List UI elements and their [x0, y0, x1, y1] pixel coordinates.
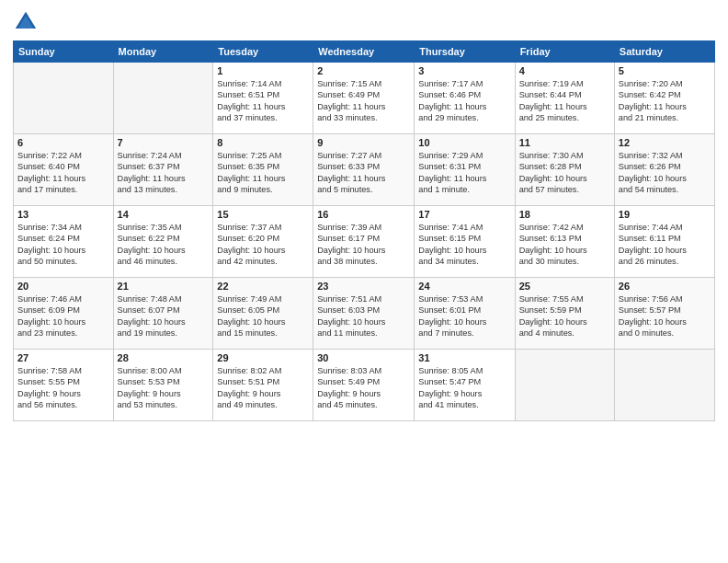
day-cell: 6Sunrise: 7:22 AM Sunset: 6:40 PM Daylig…: [14, 134, 114, 206]
day-number: 12: [619, 137, 711, 148]
day-header-saturday: Saturday: [614, 41, 714, 63]
day-header-tuesday: Tuesday: [213, 41, 313, 63]
day-cell: 15Sunrise: 7:37 AM Sunset: 6:20 PM Dayli…: [213, 206, 313, 278]
day-cell: 21Sunrise: 7:48 AM Sunset: 6:07 PM Dayli…: [113, 278, 213, 350]
day-detail: Sunrise: 7:29 AM Sunset: 6:31 PM Dayligh…: [418, 150, 510, 196]
day-cell: 25Sunrise: 7:55 AM Sunset: 5:59 PM Dayli…: [515, 278, 614, 350]
day-number: 20: [17, 281, 109, 292]
day-detail: Sunrise: 7:30 AM Sunset: 6:28 PM Dayligh…: [519, 150, 610, 196]
day-detail: Sunrise: 7:42 AM Sunset: 6:13 PM Dayligh…: [519, 222, 610, 268]
day-number: 27: [17, 352, 109, 363]
day-number: 5: [619, 65, 711, 76]
header-row: SundayMondayTuesdayWednesdayThursdayFrid…: [14, 41, 715, 63]
day-detail: Sunrise: 8:05 AM Sunset: 5:47 PM Dayligh…: [418, 365, 510, 411]
day-cell: [14, 63, 114, 134]
day-detail: Sunrise: 7:20 AM Sunset: 6:42 PM Dayligh…: [619, 78, 711, 124]
day-detail: Sunrise: 7:19 AM Sunset: 6:44 PM Dayligh…: [519, 78, 610, 124]
day-header-sunday: Sunday: [14, 41, 114, 63]
logo: [13, 9, 42, 35]
day-detail: Sunrise: 7:49 AM Sunset: 6:05 PM Dayligh…: [217, 293, 309, 339]
day-cell: 11Sunrise: 7:30 AM Sunset: 6:28 PM Dayli…: [515, 134, 614, 206]
day-cell: 31Sunrise: 8:05 AM Sunset: 5:47 PM Dayli…: [415, 350, 515, 421]
day-detail: Sunrise: 7:51 AM Sunset: 6:03 PM Dayligh…: [317, 293, 410, 339]
day-cell: [515, 350, 614, 421]
day-header-monday: Monday: [113, 41, 213, 63]
day-cell: 29Sunrise: 8:02 AM Sunset: 5:51 PM Dayli…: [213, 350, 313, 421]
day-cell: 16Sunrise: 7:39 AM Sunset: 6:17 PM Dayli…: [313, 206, 415, 278]
day-number: 17: [418, 209, 510, 220]
day-detail: Sunrise: 7:15 AM Sunset: 6:49 PM Dayligh…: [317, 78, 410, 124]
day-detail: Sunrise: 7:39 AM Sunset: 6:17 PM Dayligh…: [317, 222, 410, 268]
day-cell: 23Sunrise: 7:51 AM Sunset: 6:03 PM Dayli…: [313, 278, 415, 350]
day-number: 10: [418, 137, 510, 148]
day-number: 31: [418, 352, 510, 363]
day-cell: [614, 350, 714, 421]
day-detail: Sunrise: 7:58 AM Sunset: 5:55 PM Dayligh…: [17, 365, 109, 411]
day-detail: Sunrise: 7:37 AM Sunset: 6:20 PM Dayligh…: [217, 222, 309, 268]
day-header-thursday: Thursday: [415, 41, 515, 63]
day-detail: Sunrise: 7:53 AM Sunset: 6:01 PM Dayligh…: [418, 293, 510, 339]
day-detail: Sunrise: 7:41 AM Sunset: 6:15 PM Dayligh…: [418, 222, 510, 268]
day-cell: 1Sunrise: 7:14 AM Sunset: 6:51 PM Daylig…: [213, 63, 313, 134]
day-cell: 2Sunrise: 7:15 AM Sunset: 6:49 PM Daylig…: [313, 63, 415, 134]
day-number: 9: [317, 137, 410, 148]
day-number: 14: [118, 209, 210, 220]
day-detail: Sunrise: 7:24 AM Sunset: 6:37 PM Dayligh…: [118, 150, 210, 196]
day-detail: Sunrise: 7:14 AM Sunset: 6:51 PM Dayligh…: [217, 78, 309, 124]
day-number: 22: [217, 281, 309, 292]
day-header-wednesday: Wednesday: [313, 41, 415, 63]
day-number: 4: [519, 65, 610, 76]
page-container: SundayMondayTuesdayWednesdayThursdayFrid…: [0, 0, 728, 429]
logo-icon: [13, 9, 39, 35]
day-number: 26: [619, 281, 711, 292]
day-number: 3: [418, 65, 510, 76]
week-row-4: 27Sunrise: 7:58 AM Sunset: 5:55 PM Dayli…: [14, 350, 715, 421]
day-cell: 8Sunrise: 7:25 AM Sunset: 6:35 PM Daylig…: [213, 134, 313, 206]
day-detail: Sunrise: 7:22 AM Sunset: 6:40 PM Dayligh…: [17, 150, 109, 196]
day-cell: 14Sunrise: 7:35 AM Sunset: 6:22 PM Dayli…: [113, 206, 213, 278]
day-detail: Sunrise: 7:55 AM Sunset: 5:59 PM Dayligh…: [519, 293, 610, 339]
day-cell: 26Sunrise: 7:56 AM Sunset: 5:57 PM Dayli…: [614, 278, 714, 350]
day-cell: [113, 63, 213, 134]
day-cell: 30Sunrise: 8:03 AM Sunset: 5:49 PM Dayli…: [313, 350, 415, 421]
day-number: 21: [118, 281, 210, 292]
day-cell: 13Sunrise: 7:34 AM Sunset: 6:24 PM Dayli…: [14, 206, 114, 278]
day-cell: 18Sunrise: 7:42 AM Sunset: 6:13 PM Dayli…: [515, 206, 614, 278]
day-detail: Sunrise: 8:02 AM Sunset: 5:51 PM Dayligh…: [217, 365, 309, 411]
day-detail: Sunrise: 7:27 AM Sunset: 6:33 PM Dayligh…: [317, 150, 410, 196]
day-number: 6: [17, 137, 109, 148]
day-cell: 17Sunrise: 7:41 AM Sunset: 6:15 PM Dayli…: [415, 206, 515, 278]
day-cell: 27Sunrise: 7:58 AM Sunset: 5:55 PM Dayli…: [14, 350, 114, 421]
day-detail: Sunrise: 7:46 AM Sunset: 6:09 PM Dayligh…: [17, 293, 109, 339]
day-number: 18: [519, 209, 610, 220]
day-number: 13: [17, 209, 109, 220]
day-number: 25: [519, 281, 610, 292]
day-cell: 12Sunrise: 7:32 AM Sunset: 6:26 PM Dayli…: [614, 134, 714, 206]
day-number: 30: [317, 352, 410, 363]
day-detail: Sunrise: 8:00 AM Sunset: 5:53 PM Dayligh…: [118, 365, 210, 411]
day-detail: Sunrise: 7:17 AM Sunset: 6:46 PM Dayligh…: [418, 78, 510, 124]
day-cell: 5Sunrise: 7:20 AM Sunset: 6:42 PM Daylig…: [614, 63, 714, 134]
day-cell: 4Sunrise: 7:19 AM Sunset: 6:44 PM Daylig…: [515, 63, 614, 134]
day-number: 16: [317, 209, 410, 220]
day-cell: 7Sunrise: 7:24 AM Sunset: 6:37 PM Daylig…: [113, 134, 213, 206]
calendar-table: SundayMondayTuesdayWednesdayThursdayFrid…: [13, 40, 715, 421]
day-number: 7: [118, 137, 210, 148]
day-detail: Sunrise: 8:03 AM Sunset: 5:49 PM Dayligh…: [317, 365, 410, 411]
day-detail: Sunrise: 7:25 AM Sunset: 6:35 PM Dayligh…: [217, 150, 309, 196]
day-number: 2: [317, 65, 410, 76]
day-cell: 20Sunrise: 7:46 AM Sunset: 6:09 PM Dayli…: [14, 278, 114, 350]
day-header-friday: Friday: [515, 41, 614, 63]
day-cell: 24Sunrise: 7:53 AM Sunset: 6:01 PM Dayli…: [415, 278, 515, 350]
day-number: 29: [217, 352, 309, 363]
day-detail: Sunrise: 7:48 AM Sunset: 6:07 PM Dayligh…: [118, 293, 210, 339]
day-cell: 9Sunrise: 7:27 AM Sunset: 6:33 PM Daylig…: [313, 134, 415, 206]
day-detail: Sunrise: 7:34 AM Sunset: 6:24 PM Dayligh…: [17, 222, 109, 268]
day-cell: 28Sunrise: 8:00 AM Sunset: 5:53 PM Dayli…: [113, 350, 213, 421]
day-cell: 3Sunrise: 7:17 AM Sunset: 6:46 PM Daylig…: [415, 63, 515, 134]
week-row-3: 20Sunrise: 7:46 AM Sunset: 6:09 PM Dayli…: [14, 278, 715, 350]
day-cell: 10Sunrise: 7:29 AM Sunset: 6:31 PM Dayli…: [415, 134, 515, 206]
day-number: 24: [418, 281, 510, 292]
day-number: 11: [519, 137, 610, 148]
day-number: 23: [317, 281, 410, 292]
